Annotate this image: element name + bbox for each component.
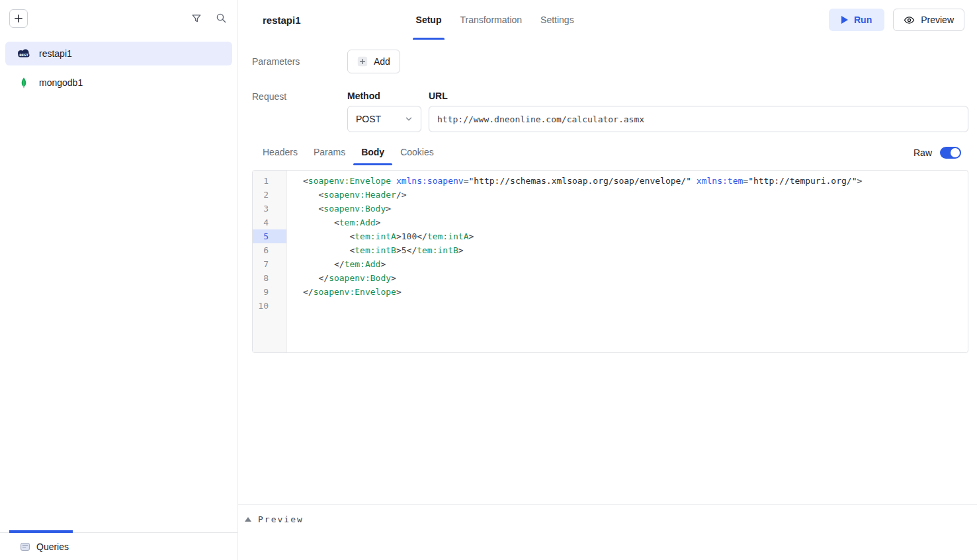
plus-square-icon [357, 56, 368, 67]
tab-queries[interactable]: Queries [9, 541, 69, 552]
play-icon [841, 16, 848, 24]
toggle-knob [951, 148, 960, 157]
method-select[interactable]: POST [347, 106, 421, 132]
main-panel: restapi1 SetupTransformationSettings Run… [238, 0, 977, 560]
sidebar-toolbar [0, 0, 237, 36]
method-label: Method [347, 91, 421, 101]
run-button-label: Run [854, 15, 872, 25]
body-tab-cookies[interactable]: Cookies [392, 140, 442, 165]
url-field: URL [429, 91, 968, 132]
code-line: </soapenv:Body> [303, 271, 968, 285]
new-query-button[interactable] [9, 9, 28, 28]
line-number: 4 [253, 216, 286, 229]
editor-gutter: 12345678910 [253, 171, 287, 352]
page-title: restapi1 [263, 15, 301, 26]
line-number: 7 [253, 257, 286, 271]
line-number: 3 [253, 202, 286, 216]
raw-label: Raw [913, 147, 932, 158]
body-editor[interactable]: 12345678910 <soapenv:Envelope xmlns:soap… [252, 170, 968, 353]
header-actions: Run Preview [829, 9, 964, 31]
url-label: URL [429, 91, 968, 101]
body-tab-body[interactable]: Body [353, 140, 392, 165]
query-item-restapi1[interactable]: RESTrestapi1 [5, 42, 232, 65]
query-list: RESTrestapi1mongodb1 [0, 36, 237, 532]
filter-icon[interactable] [191, 13, 202, 24]
line-number: 1 [253, 174, 286, 188]
line-number: 6 [253, 243, 286, 257]
code-line: </soapenv:Envelope> [303, 285, 968, 299]
code-line: <soapenv:Envelope xmlns:soapenv="http://… [303, 174, 968, 188]
parameters-label: Parameters [252, 56, 347, 67]
preview-button-label: Preview [921, 15, 954, 25]
code-line: <tem:intA>100</tem:intA> [303, 229, 968, 243]
add-button-label: Add [374, 56, 390, 67]
editor-code: <soapenv:Envelope xmlns:soapenv="http://… [287, 171, 968, 352]
line-number: 2 [253, 188, 286, 202]
body-tab-params[interactable]: Params [306, 140, 353, 165]
svg-text:REST: REST [19, 54, 28, 57]
code-line: <soapenv:Body> [303, 202, 968, 216]
queries-icon [20, 541, 30, 552]
line-number: 8 [253, 271, 286, 285]
response-preview-toggle[interactable]: Preview [245, 514, 977, 524]
code-line: <soapenv:Header/> [303, 188, 968, 202]
query-item-mongodb1[interactable]: mongodb1 [5, 71, 232, 95]
search-icon[interactable] [216, 13, 227, 24]
code-line: <tem:Add> [303, 216, 968, 229]
code-line: </tem:Add> [303, 257, 968, 271]
sidebar: RESTrestapi1mongodb1 Queries [0, 0, 238, 560]
line-number: 10 [253, 299, 286, 313]
parameters-row: Parameters Add [252, 50, 968, 73]
method-field: Method POST [347, 91, 421, 132]
query-item-label: mongodb1 [39, 77, 83, 88]
code-line: <tem:intB>5</tem:intB> [303, 243, 968, 257]
preview-button[interactable]: Preview [893, 9, 964, 31]
request-row: Request Method POST URL [252, 91, 968, 132]
mongodb-icon [16, 77, 32, 89]
method-selected-value: POST [356, 114, 381, 124]
setup-content: Parameters Add Request Method POST [238, 40, 977, 504]
collapse-up-icon [245, 517, 251, 522]
sidebar-bottom-bar: Queries [0, 532, 237, 560]
rest-api-icon: REST [16, 48, 32, 59]
plus-icon [14, 14, 23, 23]
query-item-label: restapi1 [39, 48, 72, 59]
run-button[interactable]: Run [829, 9, 884, 31]
chevron-down-icon [405, 115, 413, 123]
request-fields: Method POST URL [347, 91, 968, 132]
add-parameter-button[interactable]: Add [347, 50, 400, 73]
line-number: 9 [253, 285, 286, 299]
body-tabs-row: HeadersParamsBodyCookies Raw [252, 140, 968, 165]
line-number: 5 [253, 229, 286, 243]
tab-setup[interactable]: Setup [407, 0, 451, 40]
queries-tab-label: Queries [36, 541, 69, 552]
sidebar-toolbar-icons [191, 13, 227, 24]
main-tabs: SetupTransformationSettings [407, 0, 583, 40]
active-tab-indicator [9, 530, 73, 533]
app-root: RESTrestapi1mongodb1 Queries restapi1 Se… [0, 0, 977, 560]
body-tabs: HeadersParamsBodyCookies [255, 140, 442, 165]
raw-toggle[interactable] [940, 147, 961, 159]
url-input[interactable] [429, 106, 968, 132]
response-preview-label: Preview [258, 514, 304, 524]
code-line [303, 299, 968, 313]
body-tab-headers[interactable]: Headers [255, 140, 306, 165]
tab-settings[interactable]: Settings [531, 0, 583, 40]
eye-icon [904, 15, 915, 26]
raw-toggle-group: Raw [913, 147, 968, 159]
query-header: restapi1 SetupTransformationSettings Run… [238, 0, 977, 40]
tab-transformation[interactable]: Transformation [450, 0, 531, 40]
response-panel: Preview [238, 504, 977, 560]
request-label: Request [252, 91, 347, 102]
